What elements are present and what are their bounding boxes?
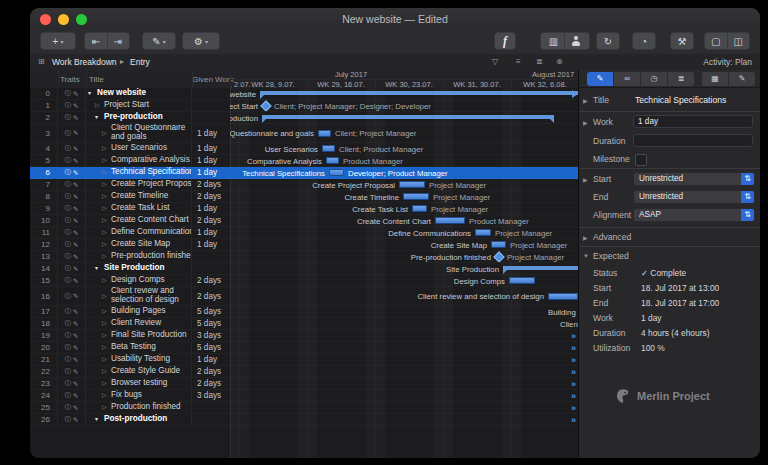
note-icon[interactable]: ✎: [73, 169, 78, 177]
info-icon[interactable]: ⓘ: [65, 367, 72, 376]
info-icon[interactable]: ⓘ: [65, 331, 72, 340]
table-row[interactable]: 3ⓘ✎▷Client Questionnaire and goals1 dayC…: [30, 124, 578, 143]
disclosure-icon[interactable]: ▶: [583, 97, 588, 104]
note-icon[interactable]: ✎: [73, 344, 78, 352]
note-icon[interactable]: ✎: [73, 416, 78, 424]
table-row[interactable]: 7ⓘ✎▷Create Project Proposal2 daysCreate …: [30, 179, 578, 191]
gantt-bar[interactable]: [326, 157, 339, 164]
note-icon[interactable]: ✎: [73, 114, 78, 122]
info-icon[interactable]: ⓘ: [65, 113, 72, 122]
summary-bar[interactable]: [262, 115, 554, 119]
milestone-checkbox[interactable]: [635, 154, 647, 166]
sync-button[interactable]: ↻: [596, 32, 620, 50]
table-row[interactable]: 2ⓘ✎▾Pre-productionPre-production: [30, 112, 578, 124]
table-row[interactable]: 21ⓘ✎▷Usability Testing1 day»: [30, 354, 578, 366]
info-icon[interactable]: ⓘ: [65, 343, 72, 352]
note-icon[interactable]: ✎: [73, 320, 78, 328]
note-icon[interactable]: ✎: [73, 145, 78, 153]
tab-links[interactable]: ∞: [614, 72, 641, 86]
inspector-toggle-button[interactable]: ▢: [705, 33, 727, 49]
table-row[interactable]: 22ⓘ✎▷Create Style Guide2 days»: [30, 366, 578, 378]
table-row[interactable]: 12ⓘ✎▷Create Site Map1 dayCreate Site Map…: [30, 239, 578, 251]
indent-button[interactable]: ⇥: [108, 33, 128, 49]
info-icon[interactable]: ⓘ: [65, 180, 72, 189]
milestone-diamond[interactable]: [493, 251, 504, 262]
info-icon[interactable]: ⓘ: [65, 276, 72, 285]
table-row[interactable]: 9ⓘ✎▷Create Task List1 dayCreate Task Lis…: [30, 203, 578, 215]
tab-columns[interactable]: ▦: [702, 72, 729, 86]
given-work-column-header[interactable]: Given Work: [192, 75, 234, 84]
note-icon[interactable]: ✎: [73, 392, 78, 400]
info-icon[interactable]: ⓘ: [65, 168, 72, 177]
table-row[interactable]: 0ⓘ✎▾New websiteNew website: [30, 88, 578, 100]
title-field-value[interactable]: Technical Specifications: [635, 95, 726, 105]
info-icon[interactable]: ⓘ: [65, 264, 72, 273]
library-button[interactable]: ▥: [543, 33, 565, 49]
note-icon[interactable]: ✎: [73, 404, 78, 412]
tab-plan[interactable]: ✎: [587, 72, 614, 86]
breadcrumb-mode[interactable]: Entry: [130, 57, 150, 67]
note-icon[interactable]: ✎: [73, 356, 78, 364]
info-icon[interactable]: ⓘ: [65, 228, 72, 237]
info-icon[interactable]: ⓘ: [65, 144, 72, 153]
info-icon[interactable]: ⓘ: [65, 391, 72, 400]
breadcrumb-view[interactable]: Work Breakdown: [52, 57, 117, 67]
advanced-disclosure-icon[interactable]: ▶: [583, 234, 588, 241]
table-row[interactable]: 19ⓘ✎▷Final Site Production3 days»: [30, 330, 578, 342]
tools-button[interactable]: ⚒: [670, 32, 694, 50]
add-button[interactable]: + ▾: [40, 32, 76, 50]
info-icon[interactable]: ⓘ: [65, 355, 72, 364]
info-icon[interactable]: ⓘ: [65, 192, 72, 201]
gantt-bar[interactable]: [412, 205, 427, 212]
table-row[interactable]: 14ⓘ✎▾Site ProductionSite Production: [30, 263, 578, 275]
table-row[interactable]: 17ⓘ✎▷Building Pages5 daysBuilding Pages: [30, 306, 578, 318]
zoom-scale-icon[interactable]: ⊕: [556, 57, 563, 66]
advanced-section-label[interactable]: Advanced: [593, 232, 631, 242]
info-icon[interactable]: ⓘ: [65, 156, 72, 165]
info-icon[interactable]: ⓘ: [65, 415, 72, 424]
gantt-bar[interactable]: [318, 130, 331, 137]
disclosure-icon[interactable]: ▶: [583, 119, 588, 126]
gantt-bar[interactable]: [491, 241, 506, 248]
sort-icon[interactable]: ≡: [516, 57, 521, 66]
expected-disclosure-icon[interactable]: ▼: [583, 253, 589, 259]
info-icon[interactable]: ⓘ: [65, 307, 72, 316]
gantt-bar[interactable]: [509, 277, 535, 284]
summary-bar[interactable]: [503, 266, 578, 270]
table-row[interactable]: 26ⓘ✎▾Post-production»: [30, 414, 578, 426]
table-row[interactable]: 20ⓘ✎▷Beta Testing5 days»: [30, 342, 578, 354]
table-row[interactable]: 10ⓘ✎▷Create Content Chart2 daysCreate Co…: [30, 215, 578, 227]
table-row[interactable]: 24ⓘ✎▷Fix bugs3 days»: [30, 390, 578, 402]
gantt-bar[interactable]: [399, 181, 425, 188]
table-row[interactable]: 16ⓘ✎▷Client review and selection of desi…: [30, 287, 578, 306]
note-icon[interactable]: ✎: [73, 241, 78, 249]
alignment-popup[interactable]: ASAP⇅: [633, 208, 755, 222]
info-icon[interactable]: ⓘ: [65, 204, 72, 213]
table-row[interactable]: 18ⓘ✎▷Client Review5 daysClient Review: [30, 318, 578, 330]
info-icon[interactable]: ⓘ: [65, 216, 72, 225]
table-row[interactable]: 8ⓘ✎▷Create Timeline2 daysCreate Timeline…: [30, 191, 578, 203]
disclosure-icon[interactable]: ▶: [583, 176, 588, 183]
gantt-bar[interactable]: [322, 145, 335, 152]
note-icon[interactable]: ✎: [73, 217, 78, 225]
info-icon[interactable]: ⓘ: [65, 319, 72, 328]
note-icon[interactable]: ✎: [73, 193, 78, 201]
edit-button[interactable]: ✎ ▾: [142, 32, 176, 50]
end-constraint-popup[interactable]: Unrestricted⇅: [633, 190, 755, 204]
view-switch-icon[interactable]: ⊞: [38, 57, 45, 66]
table-row[interactable]: 11ⓘ✎▷Define Communications1 dayDefine Co…: [30, 227, 578, 239]
disclosure-triangle-icon[interactable]: ▾: [95, 416, 104, 422]
table-row[interactable]: 6ⓘ✎▷Technical Specifications1 dayTechnic…: [30, 167, 578, 179]
traits-column-header[interactable]: Traits: [60, 75, 80, 84]
start-constraint-popup[interactable]: Unrestricted⇅: [633, 172, 755, 186]
note-icon[interactable]: ✎: [73, 308, 78, 316]
note-icon[interactable]: ✎: [73, 129, 78, 137]
info-icon[interactable]: ⓘ: [65, 379, 72, 388]
note-icon[interactable]: ✎: [73, 368, 78, 376]
tab-time[interactable]: ◷: [641, 72, 668, 86]
note-icon[interactable]: ✎: [73, 292, 78, 300]
resources-button[interactable]: [565, 33, 587, 49]
format-button[interactable]: f: [494, 32, 516, 50]
table-row[interactable]: 1ⓘ✎▷Project StartProject StartClient; Pr…: [30, 100, 578, 112]
note-icon[interactable]: ✎: [73, 205, 78, 213]
